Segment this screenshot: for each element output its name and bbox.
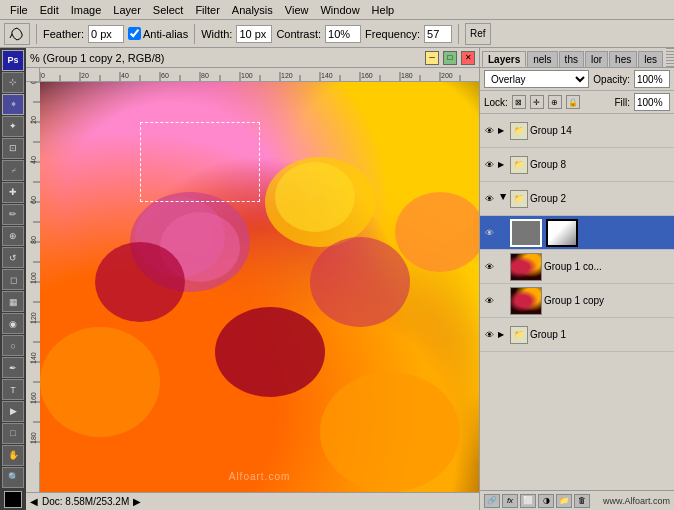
eye-group14[interactable]: 👁 bbox=[482, 124, 496, 138]
layer-name-group14: Group 14 bbox=[530, 125, 672, 136]
eye-group1[interactable]: 👁 bbox=[482, 328, 496, 342]
lock-move-btn[interactable]: ✛ bbox=[530, 95, 544, 109]
menu-view[interactable]: View bbox=[279, 0, 315, 19]
tab-swatches[interactable]: hes bbox=[609, 51, 637, 67]
layer-item-group8[interactable]: 👁 ▶ 📁 Group 8 bbox=[480, 148, 674, 182]
maximize-btn[interactable]: □ bbox=[443, 51, 457, 65]
blur-tool[interactable]: ◉ bbox=[2, 313, 24, 334]
text-tool[interactable]: T bbox=[2, 379, 24, 400]
eye-mask[interactable]: 👁 bbox=[482, 226, 496, 240]
brush-tool[interactable]: ✏ bbox=[2, 204, 24, 225]
fill-label: Fill: bbox=[614, 97, 630, 108]
thumb-group1copy bbox=[510, 287, 542, 315]
lock-all-btn[interactable]: ⊕ bbox=[548, 95, 562, 109]
panel-tabs: Layers nels ths lor hes les bbox=[480, 48, 674, 68]
eye-group2[interactable]: 👁 bbox=[482, 192, 496, 206]
feather-label: Feather: bbox=[43, 28, 84, 40]
foreground-color[interactable] bbox=[4, 491, 22, 508]
eyedropper-tool[interactable]: ⌿ bbox=[2, 160, 24, 181]
status-arrow-right[interactable]: ▶ bbox=[133, 496, 141, 507]
minimize-btn[interactable]: ─ bbox=[425, 51, 439, 65]
fx-icon[interactable]: fx bbox=[502, 494, 518, 508]
dodge-tool[interactable]: ○ bbox=[2, 335, 24, 356]
heal-tool[interactable]: ✚ bbox=[2, 182, 24, 203]
gradient-tool[interactable]: ▦ bbox=[2, 291, 24, 312]
history-brush-tool[interactable]: ↺ bbox=[2, 247, 24, 268]
canvas-body: Alfoart.com bbox=[26, 82, 479, 492]
contrast-input[interactable] bbox=[325, 25, 361, 43]
width-label: Width: bbox=[201, 28, 232, 40]
menu-window[interactable]: Window bbox=[314, 0, 365, 19]
tab-layers[interactable]: Layers bbox=[482, 51, 526, 67]
group-icon[interactable]: 📁 bbox=[556, 494, 572, 508]
svg-point-8 bbox=[215, 307, 325, 397]
crop-tool[interactable]: ⊡ bbox=[2, 138, 24, 159]
blend-mode-select[interactable]: Overlay bbox=[484, 70, 589, 88]
svg-point-4 bbox=[265, 157, 375, 247]
status-arrow-left[interactable]: ◀ bbox=[30, 496, 38, 507]
menu-layer[interactable]: Layer bbox=[107, 0, 147, 19]
canvas-image[interactable]: Alfoart.com bbox=[40, 82, 479, 492]
tab-color[interactable]: lor bbox=[585, 51, 608, 67]
menu-help[interactable]: Help bbox=[366, 0, 401, 19]
layer-item-group1copy[interactable]: 👁 Group 1 copy bbox=[480, 284, 674, 318]
sep3 bbox=[458, 24, 459, 44]
arrow-group8[interactable]: ▶ bbox=[498, 160, 508, 169]
lock-pixels-btn[interactable]: ⊠ bbox=[512, 95, 526, 109]
lasso-tool[interactable]: ⌖ bbox=[2, 94, 24, 115]
menu-filter[interactable]: Filter bbox=[189, 0, 225, 19]
tab-styles[interactable]: les bbox=[638, 51, 663, 67]
opacity-label: Opacity: bbox=[593, 74, 630, 85]
menu-select[interactable]: Select bbox=[147, 0, 190, 19]
menu-bar: File Edit Image Layer Select Filter Anal… bbox=[0, 0, 674, 20]
panel-grip bbox=[666, 48, 674, 67]
feather-input[interactable] bbox=[88, 25, 124, 43]
arrow-group14[interactable]: ▶ bbox=[498, 126, 508, 135]
layers-panel: Layers nels ths lor hes les Overlay Opac… bbox=[479, 48, 674, 510]
fill-input[interactable] bbox=[634, 93, 670, 111]
delete-icon[interactable]: 🗑 bbox=[574, 494, 590, 508]
pen-tool[interactable]: ✒ bbox=[2, 357, 24, 378]
flower-image: Alfoart.com bbox=[40, 82, 479, 492]
zoom-tool[interactable]: 🔍 bbox=[2, 467, 24, 488]
eye-group8[interactable]: 👁 bbox=[482, 158, 496, 172]
magic-wand-tool[interactable]: ✦ bbox=[2, 116, 24, 137]
tools-panel: Ps ⊹ ⌖ ✦ ⊡ ⌿ ✚ ✏ ⊕ ↺ ◻ ▦ ◉ ○ ✒ T ▶ □ ✋ 🔍 bbox=[0, 48, 26, 510]
frequency-input[interactable] bbox=[424, 25, 452, 43]
ruler-vertical bbox=[26, 82, 40, 492]
layer-item-group1[interactable]: 👁 ▶ 📁 Group 1 bbox=[480, 318, 674, 352]
hand-tool[interactable]: ✋ bbox=[2, 445, 24, 466]
tab-channels[interactable]: nels bbox=[527, 51, 557, 67]
menu-image[interactable]: Image bbox=[65, 0, 108, 19]
adjustment-icon[interactable]: ◑ bbox=[538, 494, 554, 508]
eye-group1copy[interactable]: 👁 bbox=[482, 294, 496, 308]
lock-lock-btn[interactable]: 🔒 bbox=[566, 95, 580, 109]
tab-paths[interactable]: ths bbox=[559, 51, 584, 67]
arrow-group1[interactable]: ▶ bbox=[498, 330, 508, 339]
shape-tool[interactable]: □ bbox=[2, 423, 24, 444]
link-icon[interactable]: 🔗 bbox=[484, 494, 500, 508]
thumb-mask-white bbox=[546, 219, 578, 247]
mask-icon[interactable]: ⬜ bbox=[520, 494, 536, 508]
menu-edit[interactable]: Edit bbox=[34, 0, 65, 19]
eye-group1co[interactable]: 👁 bbox=[482, 260, 496, 274]
menu-analysis[interactable]: Analysis bbox=[226, 0, 279, 19]
opacity-input[interactable] bbox=[634, 70, 670, 88]
move-tool[interactable]: ⊹ bbox=[2, 72, 24, 93]
layer-item-group2[interactable]: 👁 ▶ 📁 Group 2 bbox=[480, 182, 674, 216]
anti-alias-checkbox[interactable] bbox=[128, 27, 141, 40]
width-input[interactable] bbox=[236, 25, 272, 43]
footer-url: www.Alfoart.com bbox=[603, 496, 670, 506]
clone-tool[interactable]: ⊕ bbox=[2, 226, 24, 247]
close-btn[interactable]: ✕ bbox=[461, 51, 475, 65]
layer-item-mask[interactable]: 👁 bbox=[480, 216, 674, 250]
layer-item-group14[interactable]: 👁 ▶ 📁 Group 14 bbox=[480, 114, 674, 148]
frequency-label: Frequency: bbox=[365, 28, 420, 40]
path-select-tool[interactable]: ▶ bbox=[2, 401, 24, 422]
lasso-tool-btn[interactable] bbox=[4, 23, 30, 45]
layer-item-group1co[interactable]: 👁 Group 1 co... bbox=[480, 250, 674, 284]
eraser-tool[interactable]: ◻ bbox=[2, 269, 24, 290]
menu-file[interactable]: File bbox=[4, 0, 34, 19]
arrow-group2[interactable]: ▶ bbox=[499, 194, 508, 204]
refine-btn[interactable]: Ref bbox=[465, 23, 491, 45]
